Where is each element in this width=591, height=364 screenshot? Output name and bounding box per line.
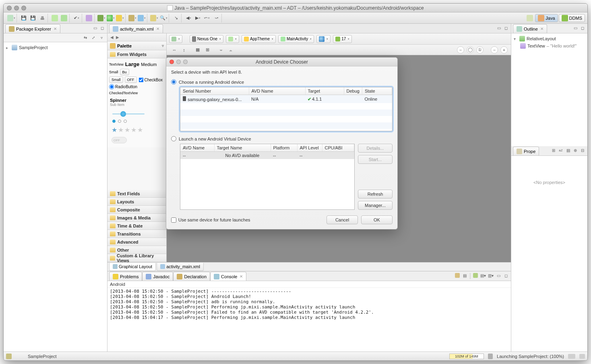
zoom-out-fit-button[interactable]: − — [491, 46, 498, 54]
prop-tool-5[interactable]: ⊟ — [579, 147, 586, 153]
col-avd-name[interactable]: AVD Name — [180, 144, 214, 152]
palette-cat-images-media[interactable]: Images & Media — [107, 214, 166, 222]
widget-small-button[interactable]: Small — [109, 77, 123, 83]
widget-text-small[interactable]: Small — [109, 70, 118, 74]
new-android-project-button[interactable] — [85, 14, 93, 22]
palette-cat-time-date[interactable]: Time & Date — [107, 222, 166, 230]
config-theme-button[interactable]: AppTheme — [242, 35, 276, 43]
config-orientation-button[interactable] — [226, 35, 239, 43]
subtab-xml[interactable]: activity_main.xml — [157, 263, 204, 271]
lint-button[interactable]: ✔ — [72, 14, 81, 22]
start-button[interactable]: Start... — [358, 155, 393, 164]
minimize-window-icon[interactable] — [14, 6, 19, 10]
widget-subitem[interactable]: Sub Item — [108, 103, 165, 108]
tab-declaration[interactable]: Declaration — [173, 272, 210, 281]
zoom-in-button[interactable]: + — [500, 46, 508, 54]
expand-v-icon[interactable]: ↕ — [180, 46, 188, 54]
tab-javadoc[interactable]: Javadoc — [142, 272, 173, 281]
console-pin-button[interactable] — [454, 272, 461, 279]
tab-problems[interactable]: Problems — [109, 272, 142, 281]
maximize-editor-button[interactable]: ◻ — [503, 25, 509, 31]
palette-menu-icon[interactable]: ▿ — [162, 43, 164, 48]
palette-cat-form-widgets[interactable]: Form Widgets — [107, 50, 166, 58]
close-icon[interactable]: ✕ — [156, 27, 159, 31]
config-activity-button[interactable]: MainActivity — [278, 35, 314, 43]
new-package-button[interactable] — [128, 14, 137, 22]
close-icon[interactable]: ✕ — [54, 27, 57, 31]
outline-tree[interactable]: ▾ RelativeLayout TextView – "Hello world… — [511, 33, 587, 146]
properties-tab[interactable]: Prope — [513, 147, 539, 155]
zoom-100-button[interactable]: ① — [476, 46, 484, 54]
outline-tab[interactable]: Outline ✕ — [513, 24, 547, 33]
tab-console[interactable]: Console✕ — [210, 272, 246, 281]
col-state[interactable]: State — [362, 87, 392, 95]
close-window-icon[interactable] — [7, 6, 12, 10]
prop-tool-4[interactable]: ⊕ — [572, 147, 579, 153]
widget-text-medium[interactable]: Medium — [141, 62, 157, 67]
search-button[interactable]: 🔍 — [159, 14, 168, 22]
radio-launch-avd[interactable]: Launch a new Android Virtual Device — [171, 136, 393, 141]
config-layout-button[interactable] — [169, 35, 182, 43]
avd-table[interactable]: AVD Name Target Name Platform API Level … — [180, 144, 355, 210]
widget-pageindicator[interactable] — [108, 117, 165, 125]
maximize-view-button[interactable]: ◻ — [99, 25, 105, 31]
col-target[interactable]: Target — [305, 87, 344, 95]
details-button[interactable]: Details... — [358, 144, 393, 153]
perspective-java[interactable]: Java — [535, 14, 558, 22]
new-wizard-button[interactable] — [7, 14, 16, 22]
close-icon[interactable]: ✕ — [240, 274, 243, 279]
android-avd-manager-button[interactable] — [60, 14, 68, 22]
console-clear-button[interactable] — [472, 272, 479, 279]
align-right-icon[interactable]: ⫠ — [226, 46, 235, 54]
close-icon[interactable]: ✕ — [540, 27, 543, 31]
gc-icon[interactable] — [488, 354, 493, 359]
package-explorer-tab[interactable]: Package Explorer ✕ — [5, 24, 60, 33]
widget-seekbar[interactable] — [112, 112, 145, 116]
config-api-button[interactable]: 17 — [333, 35, 352, 43]
run-last-button[interactable] — [116, 14, 124, 22]
expand-h-icon[interactable]: ↔ — [170, 46, 179, 54]
snap-icon[interactable]: ⊞ — [203, 46, 212, 54]
console-open-button[interactable]: ▤▾ — [480, 272, 486, 279]
editor-tab-activity-main[interactable]: activity_main.xml ✕ — [109, 24, 163, 33]
nav-last-edit-button[interactable]: ⤺ — [203, 14, 211, 22]
widget-radiobutton[interactable]: RadioButton — [109, 84, 137, 89]
palette-cat-transitions[interactable]: Transitions — [107, 230, 166, 238]
maximize-view-button[interactable]: ◻ — [579, 25, 586, 31]
config-device-button[interactable]: Nexus One — [190, 35, 223, 43]
col-platform[interactable]: Platform — [271, 144, 297, 152]
widget-ratingbar[interactable]: ★★★★★ — [108, 125, 165, 134]
outline-root[interactable]: ▾ RelativeLayout — [514, 35, 585, 42]
progress-stop-icon[interactable] — [568, 354, 575, 359]
zoom-reset-button[interactable]: ◯ — [467, 46, 474, 54]
nav-up-button[interactable]: ⤻ — [212, 14, 221, 22]
open-perspective-button[interactable] — [525, 14, 534, 22]
subtab-graphical[interactable]: Graphical Layout — [109, 263, 156, 271]
widget-button[interactable]: Bu — [120, 69, 129, 75]
zoom-window-icon[interactable] — [21, 6, 26, 10]
widget-checkbox[interactable]: CheckBox — [138, 77, 163, 83]
col-api[interactable]: API Level — [297, 144, 322, 152]
minimize-editor-button[interactable]: ▭ — [496, 25, 502, 31]
console-switch-button[interactable]: ▥▾ — [488, 272, 494, 279]
save-button[interactable]: 💾 — [19, 14, 28, 22]
widget-text-large[interactable]: Large — [125, 61, 139, 67]
debug-button[interactable] — [97, 14, 106, 22]
palette-fwd-icon[interactable]: ▶ — [115, 35, 120, 39]
minimize-view-button[interactable]: ▭ — [572, 25, 579, 31]
perspective-ddms[interactable]: DDMS — [559, 14, 585, 22]
dialog-close-icon[interactable] — [169, 60, 174, 64]
tree-toggle-icon[interactable]: ▸ — [6, 46, 10, 50]
new-type-button[interactable] — [137, 14, 146, 22]
run-button[interactable] — [106, 14, 115, 22]
palette-cat-advanced[interactable]: Advanced — [107, 238, 166, 246]
radio-choose-running[interactable]: Choose a running Android device — [171, 79, 393, 85]
prop-sort-az[interactable]: aZ — [558, 147, 564, 153]
col-debug[interactable]: Debug — [344, 87, 362, 95]
config-locale-button[interactable] — [316, 35, 331, 43]
view-menu-button[interactable]: ▿ — [98, 35, 105, 41]
console-display-button[interactable]: ▤ — [462, 272, 468, 279]
prop-tool-3[interactable]: ▤ — [565, 147, 571, 153]
nav-fwd-button[interactable]: ▶ — [193, 14, 202, 22]
link-with-editor-button[interactable]: ⤢ — [90, 35, 97, 41]
